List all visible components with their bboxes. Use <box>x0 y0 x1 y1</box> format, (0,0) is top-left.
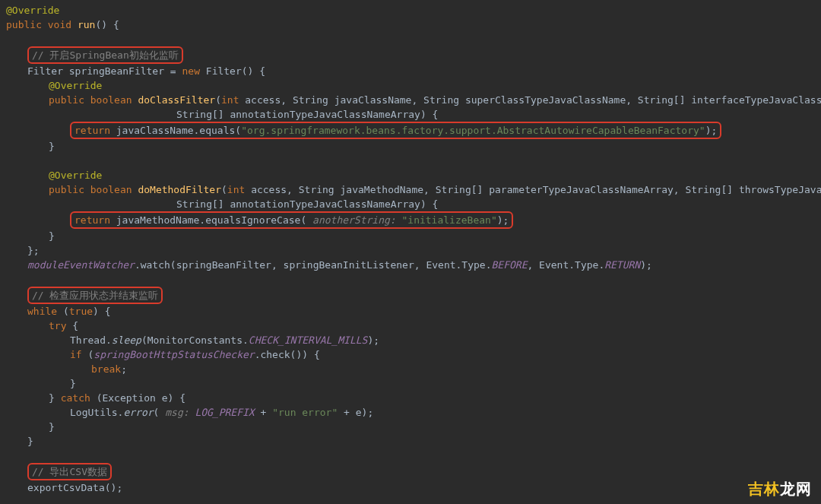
highlight-comment: // 开启SpringBean初始化监听 <box>6 46 815 64</box>
code-line: @Override <box>6 168 815 182</box>
code-line: break; <box>6 362 815 376</box>
highlight-comment: // 导出CSV数据 <box>6 463 815 480</box>
code-line: exportCsvData(); <box>6 480 815 495</box>
code-line: while (true) { <box>6 304 815 319</box>
code-line: public void run() { <box>6 17 815 32</box>
code-line: } catch (Exception e) { <box>6 391 815 405</box>
blank-line <box>6 495 815 504</box>
code-line: } <box>6 434 815 449</box>
code-line: @Override <box>6 3 815 17</box>
highlight-return: return javaMethodName.equalsIgnoreCase( … <box>6 211 815 229</box>
code-line: moduleEventWatcher.watch(springBeanFilte… <box>6 258 815 272</box>
code-line: public boolean doMethodFilter(int access… <box>6 182 815 197</box>
code-line: public boolean doClassFilter(int access,… <box>6 93 815 107</box>
code-line: @Override <box>6 78 815 93</box>
code-line: try { <box>6 319 815 333</box>
code-line: String[] annotationTypeJavaClassNameArra… <box>6 197 815 211</box>
code-line: } <box>6 420 815 434</box>
code-line: Filter springBeanFilter = new Filter() { <box>6 64 815 78</box>
highlight-return: return javaClassName.equals("org.springf… <box>6 122 815 139</box>
code-line: if (springBootHttpStatusChecker.check())… <box>6 347 815 362</box>
code-line: LogUtils.error( msg: LOG_PREFIX + "run e… <box>6 405 815 420</box>
code-line: } <box>6 139 815 154</box>
code-line: } <box>6 376 815 391</box>
code-line: }; <box>6 243 815 258</box>
code-editor[interactable]: @Override public void run() { // 开启Sprin… <box>6 3 815 504</box>
code-line: } <box>6 229 815 243</box>
blank-line <box>6 154 815 168</box>
watermark: 吉林龙网 <box>748 482 812 496</box>
blank-line <box>6 32 815 46</box>
blank-line <box>6 449 815 463</box>
highlight-comment: // 检查应用状态并结束监听 <box>6 287 815 304</box>
blank-line <box>6 272 815 287</box>
code-line: Thread.sleep(MonitorConstants.CHECK_INTE… <box>6 333 815 347</box>
code-line: String[] annotationTypeJavaClassNameArra… <box>6 107 815 122</box>
